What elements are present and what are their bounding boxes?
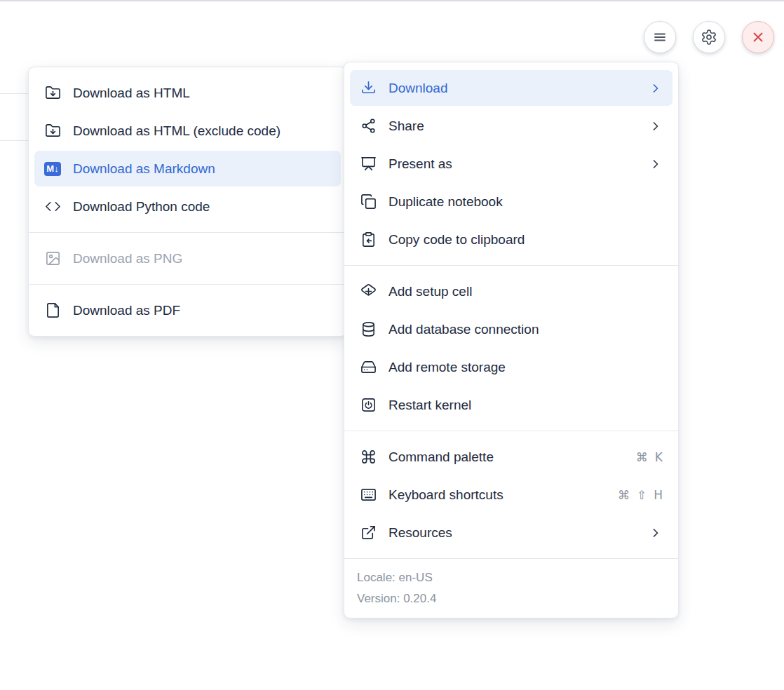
menu-item-label: Restart kernel [388,398,471,413]
key-k: K [655,450,663,464]
shutdown-button[interactable] [742,21,774,53]
page-top-border [0,0,784,1]
database-icon [360,321,377,338]
copy-icon [360,194,377,210]
menu-item-command-palette[interactable]: Command palette ⌘K [350,439,673,475]
chevron-right-icon [649,119,663,133]
menu-item-present-as[interactable]: Present as [350,146,673,182]
power-square-icon [360,397,377,414]
menu-item-label: Present as [388,156,452,172]
menu-item-label: Resources [388,525,452,541]
menu-item-label: Download as PNG [73,251,182,266]
menu-item-download-python-code[interactable]: Download Python code [34,189,341,224]
keyboard-icon [360,487,377,503]
share-icon [360,118,377,135]
folder-down-icon [44,123,61,140]
menu-item-download-as-html-exclude-code[interactable]: Download as HTML (exclude code) [34,113,341,149]
menu-item-label: Command palette [388,449,494,465]
key-shift: ⇧ [637,488,647,502]
shortcut-hint: ⌘⇧H [618,488,663,502]
menu-footer: Locale: en-US Version: 0.20.4 [344,559,678,618]
markdown-icon: M↓ [44,161,61,177]
folder-down-icon [44,85,61,102]
notebook-actions-menu: Download Share Present as [344,62,679,618]
chevron-right-icon [649,81,663,95]
menu-item-add-remote-storage[interactable]: Add remote storage [350,349,673,385]
menu-item-label: Download as PDF [73,303,180,318]
hard-drive-icon [360,359,377,376]
download-icon [360,80,377,97]
menu-item-add-setup-cell[interactable]: Add setup cell [350,273,673,309]
command-icon [360,449,377,466]
image-icon [44,250,61,267]
key-h: H [654,488,663,502]
background-cell-border [0,140,31,141]
download-submenu: Download as HTML Download as HTML (exclu… [28,67,347,337]
menu-item-label: Keyboard shortcuts [388,487,503,503]
close-icon [750,29,766,45]
menu-item-download-as-html[interactable]: Download as HTML [34,75,341,111]
key-cmd: ⌘ [636,450,648,464]
menu-item-label: Download [388,81,448,96]
menu-item-add-database-connection[interactable]: Add database connection [350,311,673,347]
version-text: Version: 0.20.4 [357,588,665,609]
settings-button[interactable] [693,21,725,53]
menu-item-keyboard-shortcuts[interactable]: Keyboard shortcuts ⌘⇧H [350,477,673,513]
menu-item-label: Add remote storage [388,360,506,375]
code-icon [44,198,61,215]
menu-item-download[interactable]: Download [350,70,673,106]
menu-button[interactable] [644,21,676,53]
menu-item-copy-code-to-clipboard[interactable]: Copy code to clipboard [350,222,673,257]
locale-text: Locale: en-US [357,567,665,588]
menu-item-resources[interactable]: Resources [350,515,673,550]
background-cell-border [0,93,31,94]
file-icon [44,302,61,319]
menu-item-label: Add setup cell [388,284,472,299]
shortcut-hint: ⌘K [636,450,663,464]
menu-item-label: Add database connection [388,322,539,337]
clipboard-arrow-icon [360,231,377,248]
menu-item-label: Download Python code [73,199,210,215]
menu-item-download-as-png: Download as PNG [34,241,341,276]
menu-item-download-as-pdf[interactable]: Download as PDF [34,292,341,328]
menu-item-label: Duplicate notebook [388,194,503,210]
hamburger-icon [651,29,668,46]
menu-item-label: Download as Markdown [73,161,215,177]
menu-item-label: Copy code to clipboard [388,232,525,248]
menu-item-label: Download as HTML (exclude code) [73,123,281,139]
external-link-icon [360,525,377,541]
menu-item-duplicate-notebook[interactable]: Duplicate notebook [350,184,673,219]
chevron-right-icon [649,157,663,171]
presentation-icon [360,156,377,172]
menu-item-download-as-markdown[interactable]: M↓ Download as Markdown [34,151,341,187]
menu-item-share[interactable]: Share [350,108,673,144]
menu-item-label: Share [388,119,424,134]
menu-item-label: Download as HTML [73,86,190,101]
menu-item-restart-kernel[interactable]: Restart kernel [350,387,673,423]
chevron-right-icon [649,526,663,540]
floating-toolbar [644,21,774,53]
diamond-plus-icon [360,283,377,300]
gear-icon [701,29,717,46]
key-cmd: ⌘ [618,488,630,502]
